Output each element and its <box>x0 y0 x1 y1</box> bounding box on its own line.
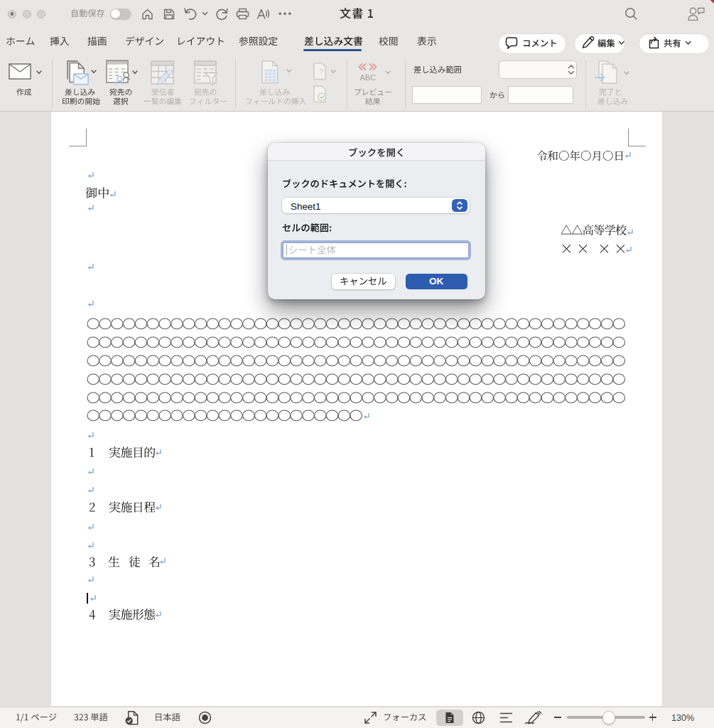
svg-text:?: ? <box>319 67 323 75</box>
